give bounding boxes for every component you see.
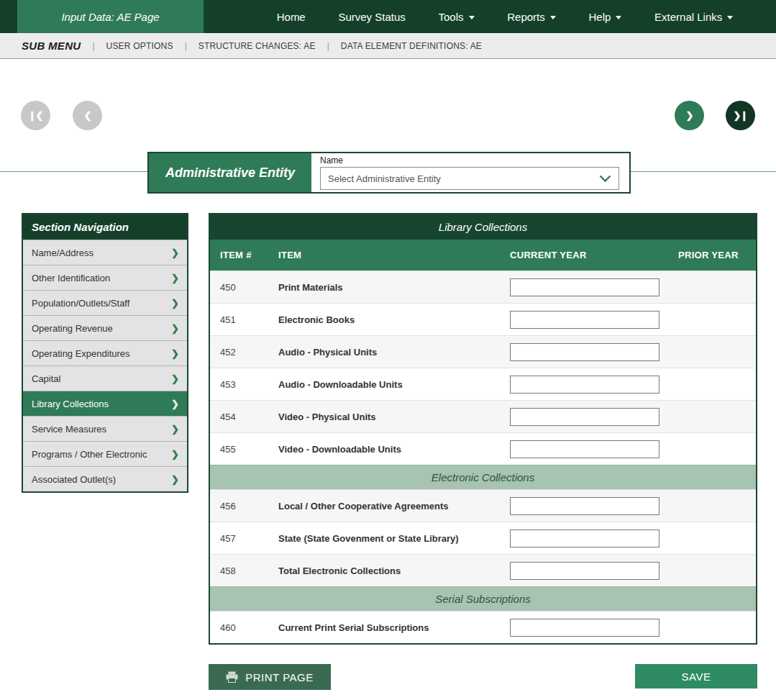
sidebar-item-service-measures[interactable]: Service Measures❯ xyxy=(23,416,187,441)
chevron-right-icon: ❯ xyxy=(171,373,179,384)
sidebar-item-population-outlets-staff[interactable]: Population/Outlets/Staff❯ xyxy=(23,290,187,315)
nav-item-label: Tools xyxy=(439,11,464,23)
sidebar-item-programs-other-electronic[interactable]: Programs / Other Electronic❯ xyxy=(23,441,187,466)
submenu-item-user-options[interactable]: USER OPTIONS xyxy=(106,41,173,51)
chevron-right-icon: ❯ xyxy=(171,348,179,359)
table-row-452: 452Audio - Physical Units xyxy=(210,335,756,368)
previous-page-icon: ❮ xyxy=(84,110,91,121)
current-year-cell xyxy=(503,408,667,426)
current-year-cell xyxy=(503,343,667,361)
chevron-right-icon: ❯ xyxy=(171,399,179,409)
sidebar-item-associated-outlet-s[interactable]: Associated Outlet(s)❯ xyxy=(23,466,187,491)
submenu-item-data-element-definitions-ae[interactable]: DATA ELEMENT DEFINITIONS: AE xyxy=(341,41,482,51)
sidebar-item-label: Programs / Other Electronic xyxy=(32,449,147,460)
entity-selector-title: Administrative Entity xyxy=(149,153,311,192)
print-page-button[interactable]: PRINT PAGE xyxy=(209,664,331,690)
current-year-input-455[interactable] xyxy=(510,440,659,458)
admin-entity-select[interactable]: Select Administrative Entity xyxy=(320,167,619,190)
sidebar-item-other-identification[interactable]: Other Identification❯ xyxy=(23,265,187,290)
next-page-button[interactable]: ❯ xyxy=(675,101,704,130)
entity-selector-band: ❙❮ ❮ Administrative Entity Name Select A… xyxy=(0,59,776,172)
submenu-title: SUB MENU xyxy=(22,40,81,52)
sidebar-item-label: Associated Outlet(s) xyxy=(32,474,116,485)
nav-item-reports[interactable]: Reports xyxy=(507,11,556,23)
first-page-button[interactable]: ❙❮ xyxy=(21,101,50,130)
nav-item-survey-status[interactable]: Survey Status xyxy=(338,11,405,23)
current-year-input-453[interactable] xyxy=(510,376,659,394)
current-year-cell xyxy=(503,497,667,515)
nav-item-help[interactable]: Help xyxy=(588,11,621,23)
col-item-number: ITEM # xyxy=(210,250,278,260)
sidebar-item-name-address[interactable]: Name/Address❯ xyxy=(23,240,187,265)
current-year-cell xyxy=(503,440,667,458)
sidebar-item-label: Library Collections xyxy=(32,399,109,409)
item-number: 457 xyxy=(210,533,278,544)
table-title: Library Collections xyxy=(210,214,756,240)
col-item: ITEM xyxy=(278,250,503,260)
submenu-separator: | xyxy=(185,41,187,51)
current-year-input-460[interactable] xyxy=(510,619,659,637)
caret-down-icon xyxy=(727,16,733,19)
sidebar-item-operating-expenditures[interactable]: Operating Expenditures❯ xyxy=(23,340,187,365)
nav-item-label: Help xyxy=(588,11,611,23)
item-number: 455 xyxy=(210,444,278,455)
submenu-bar: SUB MENU |USER OPTIONS|STRUCTURE CHANGES… xyxy=(0,33,776,59)
first-page-icon: ❙❮ xyxy=(29,110,43,121)
current-year-cell xyxy=(503,376,667,394)
sidebar-item-label: Other Identification xyxy=(32,273,110,283)
current-year-cell xyxy=(503,529,667,547)
table-row-456: 456Local / Other Cooperative Agreements xyxy=(210,489,756,522)
table-row-451: 451Electronic Books xyxy=(210,303,756,335)
save-button[interactable]: SAVE xyxy=(635,664,757,688)
nav-item-input-data-ae-page[interactable]: Input Data: AE Page xyxy=(17,0,204,33)
item-number: 450 xyxy=(210,282,278,293)
chevron-right-icon: ❯ xyxy=(171,273,179,283)
sidebar-item-operating-revenue[interactable]: Operating Revenue❯ xyxy=(23,315,187,340)
library-collections-table: Library Collections ITEM # ITEM CURRENT … xyxy=(209,213,757,645)
item-number: 458 xyxy=(210,565,278,576)
section-navigation: Section Navigation Name/Address❯Other Id… xyxy=(22,213,188,493)
section-navigation-title: Section Navigation xyxy=(23,214,187,240)
current-year-input-454[interactable] xyxy=(510,408,659,426)
select-chevron-down-icon xyxy=(599,175,611,183)
caret-down-icon xyxy=(550,16,556,19)
current-year-cell xyxy=(503,619,667,637)
entity-selector-body: Name Select Administrative Entity xyxy=(311,153,629,192)
table-section-header-serial-subscriptions: Serial Subscriptions xyxy=(210,586,756,611)
sidebar-item-capital[interactable]: Capital❯ xyxy=(23,365,187,391)
caret-down-icon xyxy=(616,16,621,19)
current-year-input-458[interactable] xyxy=(510,562,659,580)
previous-page-button[interactable]: ❮ xyxy=(73,101,102,130)
chevron-right-icon: ❯ xyxy=(171,474,179,485)
sidebar-item-library-collections[interactable]: Library Collections❯ xyxy=(23,391,187,416)
item-label: Local / Other Cooperative Agreements xyxy=(278,501,503,512)
item-label: Video - Physical Units xyxy=(278,412,503,422)
current-year-cell xyxy=(503,278,667,296)
item-label: Video - Downloadable Units xyxy=(278,444,503,455)
item-label: State (State Govenment or State Library) xyxy=(278,533,503,544)
table-section-header-electronic-collections: Electronic Collections xyxy=(210,465,756,489)
current-year-input-450[interactable] xyxy=(510,278,659,296)
footer-actions: PRINT PAGE SAVE xyxy=(209,664,757,690)
table-row-460: 460Current Print Serial Subscriptions xyxy=(210,611,756,643)
save-label: SAVE xyxy=(682,671,711,683)
nav-item-label: Home xyxy=(277,11,306,23)
navbar-items: HomeSurvey StatusToolsReportsHelpExterna… xyxy=(204,0,776,33)
sidebar-item-label: Service Measures xyxy=(32,424,106,435)
item-label: Audio - Downloadable Units xyxy=(278,379,503,390)
entity-name-label: Name xyxy=(320,155,343,165)
submenu-separator: | xyxy=(327,41,329,51)
last-page-button[interactable]: ❯❙ xyxy=(726,101,755,130)
current-year-input-451[interactable] xyxy=(510,311,659,329)
item-number: 451 xyxy=(210,314,278,325)
nav-item-home[interactable]: Home xyxy=(277,11,306,23)
item-number: 454 xyxy=(210,412,278,422)
chevron-right-icon: ❯ xyxy=(171,449,179,460)
submenu-item-structure-changes-ae[interactable]: STRUCTURE CHANGES: AE xyxy=(198,41,316,51)
current-year-input-457[interactable] xyxy=(510,529,659,547)
nav-item-tools[interactable]: Tools xyxy=(439,11,475,23)
current-year-input-456[interactable] xyxy=(510,497,659,515)
nav-item-external-links[interactable]: External Links xyxy=(654,11,733,23)
chevron-right-icon: ❯ xyxy=(171,298,179,309)
current-year-input-452[interactable] xyxy=(510,343,659,361)
